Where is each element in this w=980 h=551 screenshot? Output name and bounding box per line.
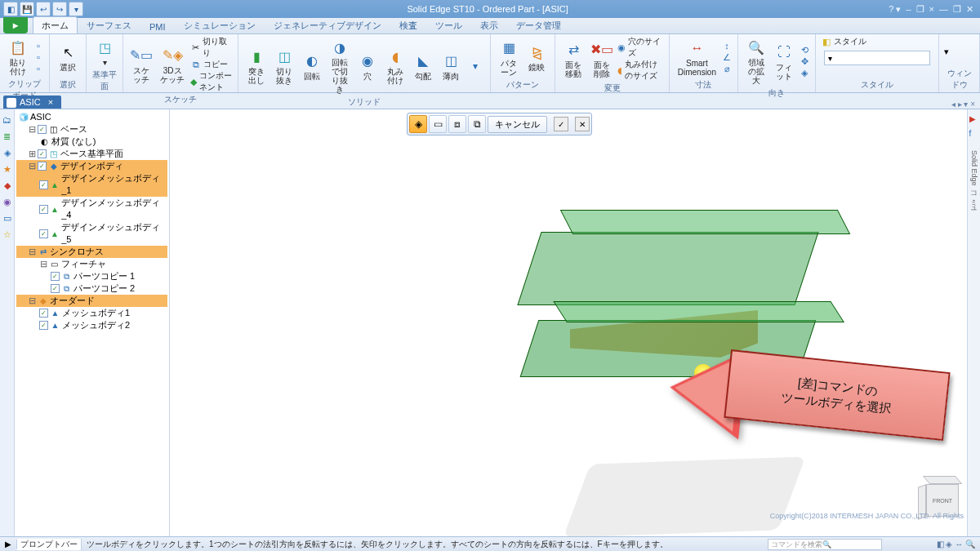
extrude-button[interactable]: ▮突き出し [243,45,270,87]
command-search[interactable]: コマンドを検索 🔍 [768,539,882,550]
rail-youtube-icon[interactable]: ▶ [969,114,979,124]
cutout-button[interactable]: ◫切り抜き [271,45,297,87]
node-mb2[interactable]: ✓▲メッシュボディ2 [16,319,167,331]
revolve-button[interactable]: ◐回転 [299,50,325,82]
window-more-icon[interactable]: ▾ [944,47,949,57]
node-material[interactable]: ◐材質 (なし) [16,136,167,148]
thin-button[interactable]: ◫薄肉 [438,50,464,82]
pattern-button[interactable]: ▦パターン [496,37,522,78]
tab-inspect[interactable]: 検査 [390,16,426,33]
facedel-button[interactable]: ✖▭面を削除 [588,38,614,80]
tab-surface[interactable]: サーフェス [78,16,140,33]
solid-more[interactable]: ▾ [466,58,485,74]
app-button[interactable]: ▸ [3,17,28,33]
doc-tab-asic[interactable]: ASIC × [3,96,61,109]
redo-icon[interactable]: ↪ [52,2,67,16]
close-icon[interactable]: ✕ [966,4,973,15]
orient-mini-2[interactable]: ✥ [799,56,810,67]
graphics-view[interactable]: ◈ ▭ ⧈ ⧉ キャンセル ✓ ✕ ↖ [差]コマンドの ツールボディを選択 [170,109,980,536]
tab-view[interactable]: 表示 [471,16,507,33]
doc-tab-close-icon[interactable]: × [48,97,53,107]
dim-mini-1[interactable]: ↕ [721,40,733,51]
app-menu-icon[interactable]: ◧ [3,2,18,16]
docking-indicator[interactable]: ◂ ▸ ▾ × [951,100,980,109]
dim-mini-3[interactable]: ⌀ [721,63,733,74]
node-mb1[interactable]: ✓▲メッシュボディ1 [16,307,167,319]
dim-mini-2[interactable]: ∠ [721,51,733,63]
rail-favorite-icon[interactable]: ☆ [2,229,13,240]
help-icon[interactable]: ? ▾ [889,4,901,15]
rail-layers-icon[interactable]: ≣ [2,131,13,142]
step-4-button[interactable]: ⧉ [468,115,486,133]
tab-data[interactable]: データ管理 [507,16,570,33]
node-pc1[interactable]: ✓⧉パーツコピー 1 [16,270,167,282]
rail-library-icon[interactable]: ★ [2,163,13,175]
node-base[interactable]: ⊟✓◫ベース [16,123,167,136]
rail-sim-icon[interactable]: ◉ [2,196,13,207]
mdi-min-icon[interactable]: – [906,4,911,15]
rail-community-label[interactable]: Solid Edgeコミュ [969,150,979,211]
undo-icon[interactable]: ↩ [36,2,51,16]
cancel-button[interactable]: キャンセル [488,116,547,133]
node-sync[interactable]: ⊟⇄シンクロナス [16,246,167,258]
node-dm5[interactable]: ✓▲デザインメッシュボディ_5 [16,221,167,246]
round-button[interactable]: ◖丸み付け [382,45,408,87]
tab-home[interactable]: ホーム [33,16,78,33]
node-refplanes[interactable]: ⊞✓◳ベース基準平面 [16,148,167,160]
qat-more-icon[interactable]: ▾ [69,2,83,16]
tab-simulation[interactable]: シミュレーション [175,16,265,33]
facemove-button[interactable]: ⇄面を移動 [560,38,586,80]
mdi-close-icon[interactable]: × [929,4,934,15]
step-3-button[interactable]: ⧈ [448,115,466,133]
min-icon[interactable]: — [939,4,948,15]
mirror-button[interactable]: ⧎鏡映 [523,41,550,73]
row-copy[interactable]: ⧉コピー [190,59,233,70]
region-button[interactable]: 🔍領域の拡大 [743,36,769,87]
node-features[interactable]: ⊟▭フィーチャ [16,258,167,270]
fit-button[interactable]: ⛶フィット [771,41,797,82]
node-dm1[interactable]: ✓▲デザインメッシュボディ_1 [16,172,167,197]
mdi-max-icon[interactable]: ❐ [916,4,924,15]
rail-family-icon[interactable]: ◆ [2,180,13,191]
clip-mini-2[interactable]: ▫ [33,51,44,63]
step-2-button[interactable]: ▭ [429,115,447,133]
select-button[interactable]: ↖選択 [55,41,81,73]
step-target-button[interactable]: ◈ [409,115,427,133]
orient-mini-3[interactable]: ◈ [799,67,810,78]
viewcube-top[interactable] [923,476,962,484]
rail-pathfinder-icon[interactable]: 🗂 [2,114,13,126]
rail-facebook-icon[interactable]: f [969,129,979,139]
revcut-button[interactable]: ◑回転で切り抜き [327,36,353,96]
tab-generative[interactable]: ジェネレーティブデザイン [265,16,390,33]
node-designbodies[interactable]: ⊟✓◆デザインボディ [16,160,167,172]
rail-draft-icon[interactable]: ▭ [2,212,13,224]
sketch3d-button[interactable]: ✎◈3Dスケッチ [156,44,189,86]
draft-button[interactable]: ◣勾配 [410,50,436,82]
max-icon[interactable]: ❐ [953,4,961,15]
node-pc2[interactable]: ✓⧉パーツコピー 2 [16,282,167,295]
hole-button[interactable]: ◉穴 [354,50,381,82]
tab-pmi[interactable]: PMI [140,19,175,33]
row-holesize[interactable]: ◉穴のサイズ [617,36,664,59]
sketch-button[interactable]: ✎▭スケッチ [128,44,154,86]
paste-button[interactable]: 📋貼り付け [5,36,31,78]
clip-mini-3[interactable]: ▫ [33,63,44,74]
style-combo[interactable]: ▾ [824,51,930,65]
row-cut[interactable]: ✂切り取り [190,36,233,59]
abort-button[interactable]: ✕ [575,117,590,131]
plane-button[interactable]: ◳▾ [91,36,118,69]
node-root[interactable]: 🧊ASIC [16,111,167,123]
record-indicator[interactable]: ▶ [0,540,17,549]
row-component[interactable]: ◆コンポーネント [190,70,233,93]
clip-mini-1[interactable]: ▫ [33,40,44,51]
smartdim-button[interactable]: ↔Smart Dimension [675,37,719,78]
row-roundsize[interactable]: ◖丸み付けのサイズ [617,59,664,82]
rail-sensors-icon[interactable]: ◈ [2,147,13,158]
orient-mini-1[interactable]: ⟲ [799,44,810,56]
tab-tool[interactable]: ツール [426,16,471,33]
status-icons[interactable]: ◧ ◈ ↔ 🔍 [932,540,980,549]
accept-button[interactable]: ✓ [554,117,568,131]
node-ordered[interactable]: ⊟◆オーダード [16,295,167,307]
save-icon[interactable]: 💾 [20,2,34,16]
mesh-body-top[interactable] [517,232,818,305]
